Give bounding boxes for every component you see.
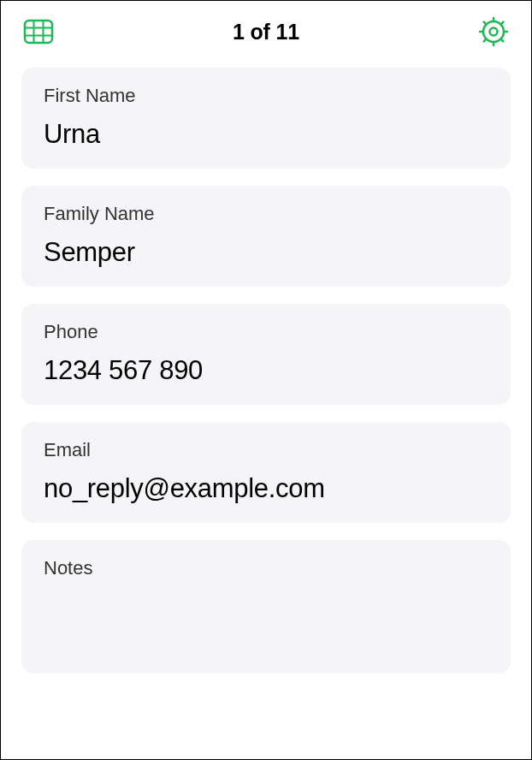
svg-line-14: [500, 22, 503, 25]
svg-point-6: [490, 28, 498, 36]
first-name-card: First Name: [21, 68, 511, 169]
first-name-input[interactable]: [44, 119, 488, 150]
notes-input[interactable]: [44, 591, 488, 622]
email-input[interactable]: [44, 473, 488, 504]
gear-icon: [478, 16, 509, 47]
phone-input[interactable]: [44, 355, 488, 386]
family-name-input[interactable]: [44, 237, 488, 268]
grid-icon: [23, 19, 54, 45]
email-card: Email: [21, 422, 511, 523]
notes-label: Notes: [44, 557, 488, 579]
svg-line-13: [484, 39, 487, 41]
family-name-label: Family Name: [44, 203, 488, 225]
phone-card: Phone: [21, 304, 511, 405]
email-label: Email: [44, 439, 488, 461]
grid-button[interactable]: [21, 15, 56, 49]
header: 1 of 11: [1, 1, 531, 68]
family-name-card: Family Name: [21, 186, 511, 287]
form-container: First Name Family Name Phone Email Notes: [1, 68, 531, 674]
phone-label: Phone: [44, 321, 488, 343]
svg-line-12: [500, 39, 503, 41]
svg-rect-0: [25, 21, 52, 43]
settings-button[interactable]: [476, 15, 511, 49]
page-indicator: 1 of 11: [233, 20, 299, 45]
notes-card: Notes: [21, 540, 511, 674]
svg-line-11: [484, 22, 487, 25]
first-name-label: First Name: [44, 85, 488, 107]
